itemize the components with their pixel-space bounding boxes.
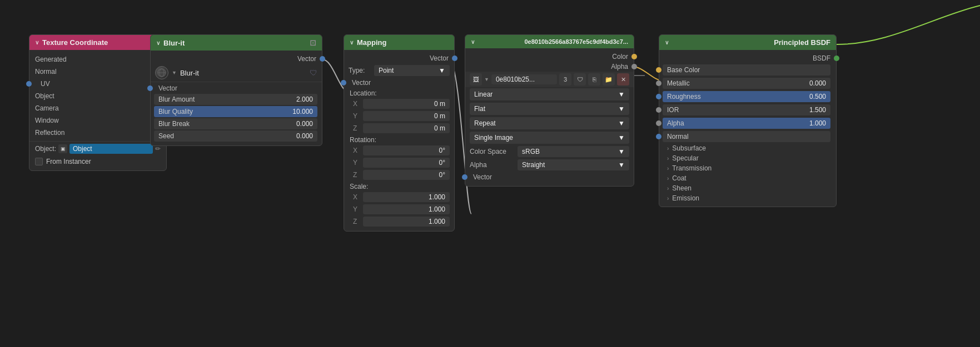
blur-collapse-arrow[interactable]: ∨ <box>156 40 160 46</box>
scale-x-field[interactable]: 1.000 <box>363 192 450 202</box>
rot-z-letter: Z <box>353 171 361 179</box>
bsdf-normal-socket[interactable] <box>656 134 661 139</box>
coat-label: Coat <box>672 174 686 182</box>
subsurface-expand[interactable]: › Subsurface <box>659 143 836 153</box>
scale-x-letter: X <box>353 193 361 201</box>
extension-row: Repeat ▼ <box>465 116 634 130</box>
object-field[interactable]: Object <box>69 144 153 154</box>
bsdf-roughness-field[interactable]: Roughness 0.500 <box>663 91 830 102</box>
bsdf-roughness-label: Roughness <box>667 93 701 100</box>
mapping-collapse[interactable]: ∨ <box>350 39 354 46</box>
from-instancer-checkbox[interactable] <box>35 158 43 165</box>
collapse-arrow[interactable]: ∨ <box>35 39 39 46</box>
alpha-select[interactable]: Straight ▼ <box>518 159 629 170</box>
bsdf-content: BSDF Base Color Metallic 0.000 <box>659 50 836 207</box>
scale-x-row: X 1.000 <box>344 191 454 203</box>
scale-z-letter: Z <box>353 218 361 225</box>
interp-chevron: ▼ <box>618 90 625 98</box>
image-vector-in-socket[interactable] <box>462 174 467 180</box>
loc-y-field[interactable]: 0 m <box>363 111 450 121</box>
image-folder-btn[interactable]: 📁 <box>603 73 615 86</box>
extension-dropdown[interactable]: Repeat ▼ <box>470 117 629 129</box>
specular-label: Specular <box>672 154 698 162</box>
bsdf-header[interactable]: ∨ Principled BSDF <box>659 35 836 50</box>
mapping-vector-out-socket[interactable] <box>452 56 457 61</box>
transmission-expand[interactable]: › Transmission <box>659 163 836 173</box>
bsdf-base-color-field[interactable]: Base Color <box>663 64 830 76</box>
sheen-expand[interactable]: › Sheen <box>659 183 836 193</box>
image-shield-btn[interactable]: 🛡 <box>574 73 586 86</box>
image-alpha-socket[interactable] <box>631 64 637 69</box>
projection-value: Flat <box>474 105 485 113</box>
image-type-icon[interactable]: 🖼 <box>470 73 482 86</box>
mapping-type-select[interactable]: Point ▼ <box>374 65 450 76</box>
bsdf-alpha-field[interactable]: Alpha 1.000 <box>663 118 830 129</box>
blur-quality-field[interactable]: Blur Quality 10.000 <box>154 106 317 117</box>
bsdf-alpha-socket[interactable] <box>656 120 661 126</box>
source-dropdown[interactable]: Single Image ▼ <box>470 132 629 144</box>
blur-content: Vector ▼ Blur-it 🛡 Vector <box>151 51 322 145</box>
edit-object-icon[interactable]: ✏ <box>155 145 161 153</box>
image-type-chevron[interactable]: ▼ <box>484 77 489 82</box>
blur-type-chevron[interactable]: ▼ <box>172 70 177 76</box>
image-copy-btn[interactable]: ⎘ <box>588 73 600 86</box>
node-texture-coordinate: ∨ Texture Coordinate Generated Normal UV <box>29 34 167 171</box>
bsdf-collapse[interactable]: ∨ <box>665 39 669 46</box>
blur-sphere-icon <box>155 66 168 79</box>
blur-break-row: Blur Break 0.000 <box>151 118 322 130</box>
blur-header[interactable]: ∨ Blur-it ⊡ <box>151 35 322 51</box>
blur-amount-value: 2.000 <box>296 95 313 103</box>
bsdf-out-socket[interactable] <box>834 56 839 61</box>
rot-x-letter: X <box>353 147 361 154</box>
uv-left-socket[interactable] <box>26 81 32 87</box>
generated-row: Generated <box>29 53 166 66</box>
bsdf-metallic-socket[interactable] <box>656 81 661 86</box>
projection-row: Flat ▼ <box>465 102 634 116</box>
blur-seed-field[interactable]: Seed 0.000 <box>154 130 317 142</box>
blur-amount-field[interactable]: Blur Amount 2.000 <box>154 94 317 105</box>
bsdf-roughness-socket[interactable] <box>656 94 661 99</box>
rot-x-row: X 0° <box>344 144 454 157</box>
blur-break-field[interactable]: Blur Break 0.000 <box>154 118 317 129</box>
rot-z-field[interactable]: 0° <box>363 170 450 180</box>
texture-coord-header[interactable]: ∨ Texture Coordinate <box>29 35 166 50</box>
scale-y-field[interactable]: 1.000 <box>363 204 450 214</box>
scale-y-row: Y 1.000 <box>344 203 454 215</box>
blur-save-icon[interactable]: ⊡ <box>310 38 316 47</box>
blur-vector-out-socket[interactable] <box>320 56 325 62</box>
image-num-users[interactable]: 3 <box>559 73 571 86</box>
color-space-select[interactable]: sRGB ▼ <box>518 146 629 157</box>
image-close-btn[interactable]: ✕ <box>617 73 629 86</box>
scale-z-field[interactable]: 1.000 <box>363 217 450 227</box>
blur-vector-out-row: Vector <box>151 54 322 64</box>
bsdf-ior-field[interactable]: IOR 1.500 <box>663 104 830 115</box>
object-output-row: Object <box>29 90 166 102</box>
color-space-label: Color Space <box>470 148 514 155</box>
image-collapse[interactable]: ∨ <box>471 39 475 45</box>
coat-expand[interactable]: › Coat <box>659 173 836 183</box>
canvas-area: ∨ Texture Coordinate Generated Normal UV <box>0 0 980 347</box>
mapping-vector-in-socket[interactable] <box>341 80 346 86</box>
interpolation-dropdown[interactable]: Linear ▼ <box>470 88 629 100</box>
mapping-header[interactable]: ∨ Mapping <box>344 35 454 50</box>
bsdf-metallic-field[interactable]: Metallic 0.000 <box>663 78 830 89</box>
specular-expand[interactable]: › Specular <box>659 153 836 163</box>
image-name-field[interactable]: 0e8010b25... <box>491 74 557 84</box>
bsdf-ior-socket[interactable] <box>656 107 661 113</box>
rot-y-field[interactable]: 0° <box>363 158 450 168</box>
blur-vector-in-socket[interactable] <box>147 86 153 91</box>
rotation-label: Rotation: <box>344 134 454 144</box>
bsdf-base-color-socket[interactable] <box>656 67 661 73</box>
loc-x-field[interactable]: 0 m <box>363 99 450 109</box>
bsdf-normal-field[interactable]: Normal <box>663 131 830 142</box>
loc-z-letter: Z <box>353 124 361 132</box>
subsurface-arrow: › <box>667 145 669 152</box>
emission-expand[interactable]: › Emission <box>659 193 836 203</box>
source-row: Single Image ▼ <box>465 130 634 145</box>
loc-z-field[interactable]: 0 m <box>363 123 450 133</box>
bsdf-ior-value: 1.500 <box>809 106 826 114</box>
projection-dropdown[interactable]: Flat ▼ <box>470 103 629 115</box>
image-color-socket[interactable] <box>631 54 637 59</box>
rot-x-field[interactable]: 0° <box>363 145 450 155</box>
image-header[interactable]: ∨ 0e8010b2566a83767e5c9df4bd3c7... <box>465 35 634 48</box>
